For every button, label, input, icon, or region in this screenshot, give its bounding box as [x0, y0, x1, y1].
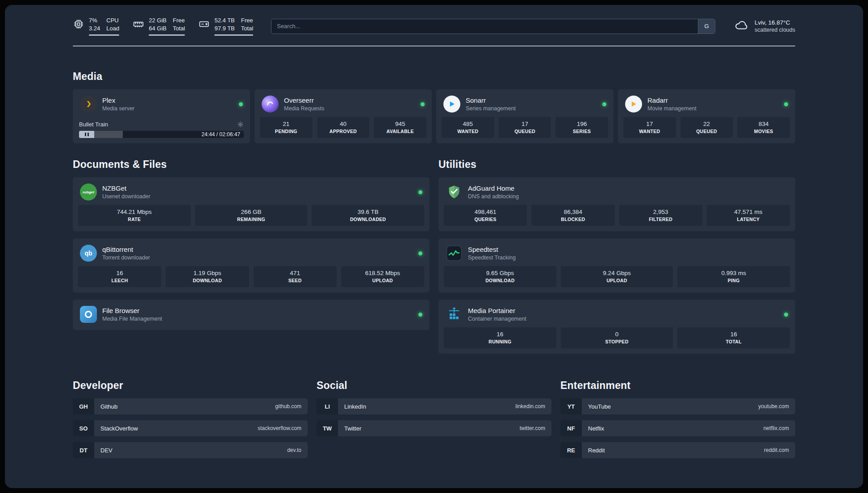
stat-value: 485	[443, 121, 492, 127]
stat-value: 9.65 Gbps	[446, 270, 555, 276]
stat-label: AVAILABLE	[376, 129, 425, 134]
stat: 47.571 ms LATENCY	[707, 205, 790, 226]
speedtest-card[interactable]: Speedtest Speedtest Tracking 9.65 Gbps D…	[438, 238, 795, 292]
stat-value: 471	[255, 270, 335, 276]
bookmark-reddit[interactable]: RE Reddit reddit.com	[560, 442, 795, 458]
weather-location: Lviv, 16.87°C	[755, 19, 795, 26]
filebrowser-icon	[80, 306, 97, 323]
stat-value: 744.21 Mbps	[80, 209, 189, 215]
bookmark-netflix[interactable]: NF Netflix netflix.com	[560, 420, 795, 436]
bookmark-url: netflix.com	[764, 425, 789, 431]
stats-row: 17 WANTED 22 QUEUED 834 MOVIES	[623, 117, 790, 138]
stat-label: LATENCY	[709, 217, 788, 222]
search-input[interactable]	[271, 19, 715, 34]
stat-value: 21	[262, 121, 311, 127]
service-description: Torrent downloader	[102, 255, 150, 261]
service-description: Speedtest Tracking	[468, 255, 516, 261]
stat-label: QUEUED	[501, 129, 550, 134]
topbar-divider	[73, 46, 795, 46]
media-section: Media Plex Media server	[73, 71, 795, 143]
disk-bar	[214, 34, 253, 36]
utilities-section: Utilities AdGu	[438, 159, 795, 354]
bookmark-youtube[interactable]: YT YouTube youtube.com	[560, 398, 795, 414]
stat: 618.52 Mbps UPLOAD	[341, 266, 424, 287]
stat-label: STOPPED	[563, 339, 672, 344]
stat-label: WANTED	[443, 129, 492, 134]
stat-label: QUERIES	[446, 217, 525, 222]
bookmark-name: Github	[100, 403, 117, 410]
status-dot	[602, 102, 606, 106]
cpu-load-value: 3.24	[89, 25, 100, 33]
stat-label: LEECH	[80, 278, 159, 283]
bookmark-url: linkedin.com	[515, 403, 545, 409]
stat: 0.993 ms PING	[677, 266, 790, 287]
service-name: Media Portainer	[468, 307, 526, 314]
bookmark-linkedin[interactable]: LI LinkedIn linkedin.com	[317, 398, 551, 414]
gear-icon[interactable]	[237, 121, 244, 128]
pause-icon[interactable]	[79, 131, 94, 138]
bookmark-github[interactable]: GH Github github.com	[73, 398, 308, 414]
search-engine-button[interactable]: G	[698, 19, 715, 33]
service-name: Overseerr	[284, 96, 324, 104]
service-name: qBittorrent	[102, 246, 150, 253]
nzbget-icon: nzbget	[80, 184, 97, 201]
stat: 1.19 Gbps DOWNLOAD	[166, 266, 249, 287]
now-playing-widget: Bullet Train	[78, 121, 245, 138]
stat-value: 16	[80, 270, 159, 276]
adguard-card[interactable]: AdGuard Home DNS and adblocking 498,461 …	[438, 177, 795, 231]
stat: 945 AVAILABLE	[374, 117, 426, 138]
filebrowser-card[interactable]: File Browser Media File Management	[73, 300, 430, 330]
stat-label: APPROVED	[319, 129, 368, 134]
status-dot	[784, 102, 788, 106]
stat: 498,461 QUERIES	[444, 205, 527, 226]
stats-row: 21 PENDING 40 APPROVED 945 AVAILABLE	[260, 117, 426, 138]
portainer-card[interactable]: Media Portainer Container management 16 …	[438, 300, 795, 354]
stats-row: 485 WANTED 17 QUEUED 196 SERIES	[442, 117, 608, 138]
stat-label: MOVIES	[739, 129, 788, 134]
stat: 9.24 Gbps UPLOAD	[561, 266, 673, 287]
overseerr-card[interactable]: Overseerr Media Requests 21 PENDING 40 A…	[255, 89, 432, 143]
disk-widget: 52.4 TB 97.9 TB Free Total	[198, 17, 253, 36]
stat-value: 0.993 ms	[679, 270, 788, 276]
cpu-usage: 7%	[89, 17, 100, 25]
stat-label: PING	[679, 278, 788, 283]
bookmark-abbr: YT	[560, 398, 582, 414]
disk-free-label: Free	[241, 17, 253, 25]
bookmark-twitter[interactable]: TW Twitter twitter.com	[317, 420, 551, 436]
stat: 39.6 TB DOWNLOADED	[312, 205, 424, 226]
stat-value: 86,384	[533, 209, 613, 215]
stat-label: DOWNLOAD	[167, 278, 247, 283]
ram-total-label: Total	[173, 25, 185, 33]
stat: 21 PENDING	[260, 117, 313, 138]
stat-value: 266 GB	[197, 209, 306, 215]
bookmark-stackoverflow[interactable]: SO StackOverflow stackoverflow.com	[73, 420, 308, 436]
radarr-card[interactable]: Radarr Movie management 17 WANTED 22 QUE…	[618, 89, 795, 143]
ram-free-label: Free	[173, 17, 185, 25]
stat-value: 22	[682, 121, 731, 127]
nzbget-card[interactable]: nzbget NZBGet Usenet downloader 744.21 M…	[73, 177, 430, 231]
cpu-widget: 7% 3.24 CPU Load	[73, 17, 119, 36]
stat-label: WANTED	[625, 129, 674, 134]
bookmark-url: github.com	[275, 403, 301, 409]
stat-value: 39.6 TB	[313, 209, 422, 215]
search-bar: G	[271, 19, 715, 34]
stat: 22 QUEUED	[680, 117, 733, 138]
plex-card[interactable]: Plex Media server Bullet Train	[73, 89, 250, 143]
stats-row: 744.21 Mbps RATE 266 GB REMAINING 39.6 T…	[78, 205, 424, 226]
bookmark-dev[interactable]: DT DEV dev.to	[73, 442, 308, 458]
ram-free-value: 22 GiB	[149, 17, 167, 25]
sonarr-icon	[443, 96, 460, 113]
status-dot	[418, 190, 422, 194]
stats-row: 498,461 QUERIES 86,384 BLOCKED 2,953 FIL…	[444, 205, 790, 226]
cpu-label: CPU	[106, 17, 119, 25]
stat-value: 2,953	[621, 209, 701, 215]
qbittorrent-card[interactable]: qb qBittorrent Torrent downloader 16	[73, 238, 430, 292]
disk-total-value: 97.9 TB	[214, 25, 234, 33]
stat: 16 RUNNING	[444, 327, 556, 348]
cpu-bar	[89, 34, 119, 36]
stat-value: 498,461	[446, 209, 525, 215]
bookmark-url: youtube.com	[758, 403, 789, 409]
sonarr-card[interactable]: Sonarr Series management 485 WANTED 17 Q…	[436, 89, 613, 143]
stat-value: 9.24 Gbps	[563, 270, 672, 276]
service-description: Media File Management	[102, 316, 162, 322]
